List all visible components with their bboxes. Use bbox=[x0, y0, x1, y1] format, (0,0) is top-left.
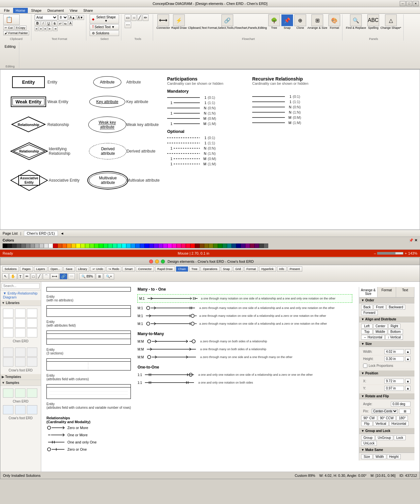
color-swatch[interactable] bbox=[62, 243, 67, 248]
key-attribute-shape[interactable]: Key attribute bbox=[89, 96, 125, 108]
library-btn[interactable]: Library bbox=[76, 266, 90, 272]
menu-home[interactable]: Home bbox=[13, 8, 28, 13]
color-swatch[interactable] bbox=[172, 243, 177, 248]
rect-tool[interactable]: ▭ bbox=[125, 14, 131, 21]
derived-attribute-shape[interactable]: Derived attribute bbox=[89, 143, 127, 159]
open-btn[interactable]: Open... bbox=[48, 266, 63, 272]
format-tab[interactable]: Format bbox=[377, 287, 396, 297]
color-swatch[interactable] bbox=[163, 243, 167, 248]
color-swatch[interactable] bbox=[204, 243, 209, 248]
connector-draw-tool[interactable]: ⟷ bbox=[50, 273, 59, 279]
line-draw-tool[interactable]: ╱ bbox=[37, 273, 42, 279]
sidebar-libraries-header[interactable]: ▼ Libraries bbox=[0, 300, 41, 306]
operations-btn[interactable]: Operations bbox=[201, 266, 219, 272]
rotate-section-header[interactable]: ▼ Rotate and Flip bbox=[359, 393, 414, 399]
indent-more-btn[interactable]: ⇥ bbox=[53, 27, 58, 31]
same-width-btn[interactable]: Width bbox=[373, 454, 386, 459]
superscript-btn[interactable]: x² bbox=[58, 21, 62, 26]
color-swatch[interactable] bbox=[264, 243, 268, 248]
pen-tool[interactable]: ✏ bbox=[143, 14, 149, 21]
undo-btn[interactable]: ↩ Undo bbox=[90, 266, 105, 272]
sidebar-search-input[interactable] bbox=[2, 283, 40, 289]
color-swatch[interactable] bbox=[222, 243, 227, 248]
color-swatch[interactable] bbox=[186, 243, 190, 248]
color-swatch[interactable] bbox=[7, 243, 12, 248]
same-height-btn[interactable]: Height bbox=[387, 454, 401, 459]
horizontal-flip-btn[interactable]: Horizontal bbox=[389, 421, 409, 426]
color-swatch[interactable] bbox=[250, 243, 254, 248]
align-right-btn[interactable]: ≡ bbox=[44, 27, 47, 31]
color-swatch[interactable] bbox=[135, 243, 140, 248]
color-swatch[interactable] bbox=[209, 243, 213, 248]
color-swatch[interactable] bbox=[99, 243, 103, 248]
zoom-slider[interactable] bbox=[377, 252, 403, 255]
angle-input[interactable] bbox=[391, 402, 411, 406]
connector-btn-2[interactable]: Connector bbox=[136, 266, 154, 272]
zoom-control-btn[interactable]: 🔍 89% bbox=[79, 273, 95, 279]
menu-share[interactable]: Share bbox=[81, 8, 96, 13]
entity-variable-box[interactable] bbox=[46, 384, 131, 399]
color-swatch[interactable] bbox=[76, 243, 80, 248]
ungroup-btn[interactable]: UnGroup bbox=[376, 435, 394, 440]
assoc-entity-svg[interactable]: Associative Entity bbox=[9, 169, 49, 192]
color-swatch[interactable] bbox=[154, 243, 158, 248]
left-btn[interactable]: Left bbox=[361, 324, 373, 329]
hyperlink-btn[interactable]: Hyperlink bbox=[259, 266, 276, 272]
color-swatch[interactable] bbox=[103, 243, 108, 248]
sidebar-samples-header[interactable]: ▼ Samples bbox=[0, 380, 41, 386]
tl-red-btn[interactable] bbox=[149, 260, 153, 263]
color-swatch[interactable] bbox=[21, 243, 26, 248]
lock-proportions-checkbox[interactable] bbox=[363, 364, 367, 368]
vertical-flip-btn[interactable]: Vertical bbox=[373, 421, 389, 426]
zoom-in-btn[interactable]: + bbox=[405, 251, 407, 255]
info-btn[interactable]: Info bbox=[277, 266, 287, 272]
color-swatch[interactable] bbox=[12, 243, 16, 248]
color-swatch[interactable] bbox=[80, 243, 85, 248]
sidebar-templates-header[interactable]: ▶ Templates bbox=[0, 374, 41, 380]
color-swatch[interactable] bbox=[245, 243, 250, 248]
zoom-in-btn-2[interactable]: 🔍+ bbox=[104, 273, 114, 279]
chain-draw-tool[interactable]: 🔗 bbox=[60, 273, 67, 279]
align-center-btn[interactable]: ≡ bbox=[39, 27, 43, 31]
paste-btn[interactable]: 📋 bbox=[3, 14, 20, 25]
bold-btn[interactable]: B bbox=[35, 21, 40, 26]
lock-btn[interactable]: Lock bbox=[394, 435, 405, 440]
x-up-btn[interactable]: ▲ bbox=[405, 379, 411, 384]
zoom-fit-btn[interactable]: ⊞ bbox=[96, 273, 103, 279]
pin-select[interactable]: Center-Center bbox=[372, 409, 398, 414]
ellipse-tool[interactable]: ○ bbox=[131, 14, 136, 21]
vertical-btn[interactable]: ↕ Vertical bbox=[385, 335, 403, 340]
color-swatch[interactable] bbox=[167, 243, 172, 248]
redo-btn[interactable]: ↪ Redo bbox=[106, 266, 121, 272]
rotate-180-btn[interactable]: 180° bbox=[396, 416, 408, 421]
page-tab[interactable]: Chen's ERD (1/1) bbox=[24, 231, 58, 236]
save-btn[interactable]: Save bbox=[63, 266, 75, 272]
front-btn[interactable]: Front bbox=[374, 305, 386, 310]
color-swatch[interactable] bbox=[195, 243, 200, 248]
entity-columns-box[interactable] bbox=[46, 358, 131, 370]
color-swatch[interactable] bbox=[232, 243, 236, 248]
more-draw-tools[interactable]: ⋯ bbox=[68, 273, 75, 279]
copy-btn[interactable]: ⎘ Copy bbox=[15, 26, 27, 30]
align-section-header[interactable]: ▼ Align and Distribute bbox=[359, 316, 414, 322]
subscript-btn[interactable]: x₂ bbox=[63, 21, 68, 26]
arc-tool[interactable]: ⌒ bbox=[43, 273, 50, 279]
font-selector[interactable]: Arial bbox=[35, 14, 58, 20]
snap-btn-2[interactable]: Snap bbox=[221, 266, 232, 272]
order-section-header[interactable]: ▼ Order bbox=[359, 297, 414, 303]
grid-btn[interactable]: Grid bbox=[233, 266, 243, 272]
color-swatch[interactable] bbox=[227, 243, 232, 248]
color-swatch[interactable] bbox=[71, 243, 76, 248]
more-tools[interactable]: ⋯ bbox=[125, 22, 131, 28]
color-swatch[interactable] bbox=[259, 243, 264, 248]
color-swatch[interactable] bbox=[85, 243, 90, 248]
attribute-shape[interactable]: Attribute bbox=[93, 76, 122, 88]
height-input[interactable] bbox=[384, 356, 404, 361]
size-section-header[interactable]: ▼ Size bbox=[359, 341, 414, 347]
group-btn[interactable]: Group bbox=[361, 435, 375, 440]
underline-btn[interactable]: U bbox=[46, 21, 51, 26]
color-swatch[interactable] bbox=[190, 243, 195, 248]
select-text-btn[interactable]: T Select Text ▼ bbox=[90, 24, 119, 30]
x-input[interactable] bbox=[384, 379, 404, 384]
width-up-btn[interactable]: ▲ bbox=[405, 349, 411, 354]
